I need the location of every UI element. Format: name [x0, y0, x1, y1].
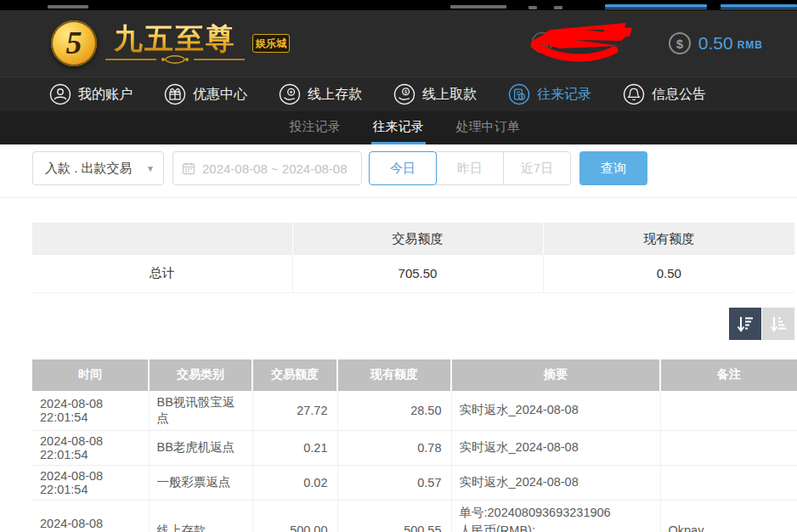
summary-header-row: 交易额度 现有额度	[32, 223, 794, 255]
section-divider	[0, 197, 797, 198]
cell-balance: 0.78	[337, 430, 451, 465]
logo-flourish-ornament	[104, 55, 246, 64]
nav-label: 信息公告	[652, 86, 706, 104]
dollar-symbol: $	[676, 37, 683, 51]
clipped-text-fragment	[529, 6, 537, 9]
yesterday-button[interactable]: 昨日	[436, 151, 504, 185]
records-header-row: 时间 交易类别 交易额度 现有额度 摘要 备注	[32, 359, 797, 391]
date-range-value: 2024-08-08 ~ 2024-08-08	[202, 161, 348, 176]
sort-descending-icon	[735, 314, 755, 334]
sort-ascending-button[interactable]	[762, 308, 794, 340]
last7days-button[interactable]: 近7日	[503, 151, 571, 185]
tab-label: 处理中订单	[456, 119, 520, 135]
nav-label: 线上取款	[422, 86, 477, 104]
date-range-input[interactable]: 2024-08-08 ~ 2024-08-08	[172, 151, 362, 185]
logo-coin-icon: 5	[51, 20, 97, 66]
nav-item-transaction-records[interactable]: 往来记录	[508, 83, 591, 105]
nav-label: 往来记录	[537, 86, 591, 104]
cell-note: Okpay	[660, 500, 797, 532]
cell-time: 2024-08-08 22:01:54	[32, 430, 149, 465]
nav-item-deposit[interactable]: 线上存款	[279, 83, 362, 105]
cell-summary: 单号:202408093693231906 人民币(RMB): 500	[451, 500, 660, 532]
sort-controls	[0, 308, 794, 340]
summary-table: 交易额度 现有额度 总计 705.50 0.50	[32, 223, 794, 293]
search-button[interactable]: 查询	[579, 151, 647, 185]
table-row: 2024-08-08 22:01:54 一般彩票返点 0.02 0.57 实时返…	[32, 465, 797, 500]
quick-range-button-group: 今日 昨日 近7日	[369, 151, 571, 185]
col-header-time: 时间	[32, 359, 149, 391]
balance-currency: RMB	[738, 39, 763, 51]
user-zone[interactable]	[526, 18, 653, 69]
cell-type: BB老虎机返点	[149, 430, 252, 465]
summary-header-transaction-amount: 交易额度	[292, 223, 543, 255]
clipped-link-underline	[605, 8, 707, 9]
cell-time: 2024-08-08 22:01:54	[32, 465, 149, 500]
cell-summary: 实时返水_2024-08-08	[451, 430, 660, 465]
dollar-coin-icon: $	[669, 32, 691, 54]
sort-descending-button[interactable]	[729, 308, 761, 340]
cell-amount: 0.02	[252, 465, 337, 500]
cell-amount: 0.21	[252, 430, 337, 465]
nav-item-my-account[interactable]: 我的账户	[49, 83, 133, 105]
transaction-type-select[interactable]: 入款 . 出款交易 ▼	[32, 151, 164, 185]
summary-header-empty	[32, 223, 292, 255]
clipped-link-fragment[interactable]	[605, 4, 707, 8]
table-row: 2024-08-08 20:13:06 线上存款 500.00 500.55 单…	[32, 500, 797, 532]
tab-bet-records[interactable]: 投注记录	[288, 111, 342, 144]
withdraw-icon: $	[393, 83, 415, 105]
summary-header-current-amount: 现有额度	[543, 223, 794, 255]
clipped-text-fragment	[554, 6, 562, 9]
balance[interactable]: $ 0.50 RMB	[669, 32, 763, 54]
col-header-amount: 交易额度	[252, 359, 337, 391]
logo-text: 九五至尊	[104, 23, 246, 64]
filter-bar: 入款 . 出款交易 ▼ 2024-08-08 ~ 2024-08-08 今日 昨…	[32, 151, 797, 185]
col-header-balance: 现有额度	[337, 359, 451, 391]
tab-pending-orders[interactable]: 处理中订单	[455, 111, 522, 144]
logo-badge-text: 娱乐城	[256, 37, 286, 49]
nav-item-promotions[interactable]: 优惠中心	[164, 83, 247, 105]
nav-item-withdraw[interactable]: $ 线上取款	[393, 83, 477, 105]
page: 5 九五至尊 娱乐城	[0, 0, 797, 532]
sub-tab-bar: 投注记录 往来记录 处理中订单	[0, 111, 797, 144]
cell-summary: 实时返水_2024-08-08	[451, 465, 660, 500]
main-nav: 我的账户 优惠中心 线上存款 $	[0, 76, 797, 111]
tab-transaction-records[interactable]: 往来记录	[371, 111, 426, 144]
col-header-type: 交易类别	[149, 359, 252, 391]
clipped-link-underline	[721, 8, 797, 9]
records-table: 时间 交易类别 交易额度 现有额度 摘要 备注 2024-08-08 22:01…	[32, 359, 797, 532]
chevron-down-icon: ▼	[146, 164, 155, 173]
nav-label: 我的账户	[78, 86, 133, 104]
user-icon	[49, 83, 71, 105]
nav-item-announcements[interactable]: 信息公告	[623, 83, 706, 105]
today-button[interactable]: 今日	[369, 151, 437, 185]
clipped-link-fragment[interactable]	[721, 4, 797, 8]
sort-ascending-icon	[768, 314, 789, 334]
summary-total-current-amount: 0.50	[543, 255, 794, 292]
logo-badge: 娱乐城	[252, 34, 290, 53]
nav-label: 线上存款	[308, 86, 362, 104]
redaction-scribble	[526, 18, 653, 69]
cell-balance: 500.55	[337, 500, 451, 532]
cell-balance: 0.57	[337, 465, 451, 500]
cell-note	[660, 391, 797, 431]
tab-label: 往来记录	[373, 119, 424, 135]
site-header: 5 九五至尊 娱乐城	[0, 10, 797, 76]
cell-type: 线上存款	[149, 500, 252, 532]
logo-coin-glyph: 5	[66, 26, 82, 59]
cell-balance: 28.50	[337, 391, 451, 431]
cell-type: 一般彩票返点	[149, 465, 252, 500]
balance-amount: 0.50	[698, 33, 733, 54]
summary-total-label: 总计	[32, 255, 292, 292]
deposit-icon	[279, 83, 301, 105]
gift-icon	[164, 83, 186, 105]
summary-total-row: 总计 705.50 0.50	[32, 255, 794, 292]
clipped-text-fragment	[450, 5, 506, 8]
bell-icon	[623, 83, 645, 105]
cell-amount: 500.00	[252, 500, 337, 532]
cell-note	[660, 430, 797, 465]
svg-text:$: $	[404, 89, 408, 94]
calendar-icon	[182, 161, 195, 175]
site-logo[interactable]: 5 九五至尊 娱乐城	[51, 20, 290, 66]
cell-amount: 27.72	[252, 391, 337, 431]
records-icon	[508, 83, 530, 105]
